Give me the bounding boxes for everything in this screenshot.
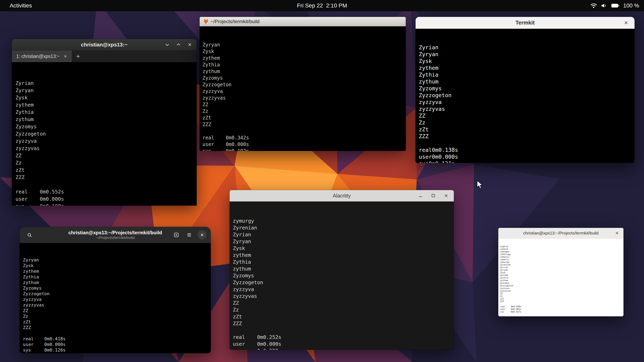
menu-button[interactable] (184, 230, 194, 240)
terminal-line: ZZZ (16, 174, 193, 181)
terminal-line (23, 331, 208, 336)
close-button[interactable] (622, 18, 630, 27)
terminal-line: user 0m0.000s (23, 342, 208, 347)
close-icon (200, 233, 204, 237)
terminal-line: Zyzomys (16, 123, 193, 130)
terminal-content[interactable]: ZyryanZyskzythemZythiazythumZyzomysZyzzo… (200, 26, 406, 151)
terminal-line: Zyzzogeton (202, 81, 403, 88)
wifi-icon (590, 3, 597, 8)
terminal-line: zymology (500, 253, 622, 256)
fox-emoji: 🦊 (203, 19, 209, 24)
terminal-line: zythem (500, 274, 622, 277)
titlebar[interactable]: christian@xps13:~/Projects/termkit/build (498, 228, 624, 239)
terminal-line: zZt (202, 115, 403, 121)
terminal-output: ZyrianZyryanZyskzythemZythiazythumZyzomy… (16, 80, 193, 206)
terminal-line: Zythia (419, 71, 631, 78)
terminal-line (202, 128, 403, 135)
terminal-content[interactable]: ZyryanZyskzythemZythiazythumZyzomysZyzzo… (20, 243, 211, 353)
terminal-line: ZZZ (500, 300, 622, 303)
terminal-content[interactable]: zymurgyZyrenianZyrianZyryanZyskzythemZyt… (230, 202, 454, 350)
minimize-button[interactable] (163, 40, 172, 49)
terminal-line: zZt (500, 298, 622, 300)
terminal-line: zythum (23, 280, 208, 285)
search-button[interactable] (25, 231, 34, 240)
terminal-line: Zyryan (23, 257, 208, 263)
terminal-line: zyzzyvas (419, 106, 631, 112)
system-status-area[interactable]: 100 % (590, 2, 639, 9)
terminal-content[interactable]: zygotezymasezymogenzymologyzymosiszymoti… (498, 239, 624, 316)
clock[interactable]: Fri Sep 22 2:10 PM (297, 2, 347, 9)
terminal-line: real 0m0.342s (202, 135, 403, 141)
terminal-line: Zyrenian (233, 224, 450, 231)
terminal-line: Zysk (202, 48, 403, 55)
terminal-line: Zyrenian (500, 264, 622, 266)
new-tab-button[interactable] (72, 50, 84, 62)
headerbar[interactable]: christian@xps13:~/Projects/termkit/build… (20, 227, 211, 243)
terminal-line: Zz (23, 314, 208, 319)
terminal-line: user 0m0.000s (233, 341, 450, 348)
chevron-down-icon (165, 42, 170, 47)
terminal-line: real0m0.138s (419, 147, 631, 153)
maximize-button[interactable] (174, 40, 183, 49)
terminal-line (16, 181, 193, 188)
tab-bar: 1: christian@xps13:~ (12, 50, 196, 62)
terminal-line: Zyzomys (202, 75, 403, 81)
terminal-line: zythum (500, 279, 622, 282)
terminal-content[interactable]: ZyrianZyryanZyskzythemZythiazythumZyzomy… (12, 62, 196, 206)
terminal-line: zZt (233, 313, 450, 320)
window-title: christian@xps13:~/Projects/termkit/build (523, 231, 598, 236)
terminal-line: zythum (419, 78, 631, 85)
terminal-line: Zyryan (419, 51, 631, 58)
terminal-line: zyzzyva (233, 286, 450, 293)
tab-close-icon[interactable] (64, 54, 68, 58)
titlebar[interactable]: 🦊 ~/Projects/termkit/build (200, 17, 406, 26)
terminal-line: real 0m0.552s (16, 188, 193, 195)
terminal-line: Zyrian (419, 44, 631, 51)
terminal-line: Zysk (233, 245, 450, 252)
terminal-line: sys 0m0.027s (500, 311, 622, 313)
tab-1[interactable]: 1: christian@xps13:~ (12, 50, 72, 62)
terminal-line: sys 0m0.222s (233, 348, 450, 350)
terminal-line: Zyzomys (23, 285, 208, 291)
terminal-line: Zysk (419, 58, 631, 64)
window-title: christian@xps13:~ (81, 42, 128, 48)
terminal-line: zythem (23, 269, 208, 274)
titlebar[interactable]: christian@xps13:~ (12, 39, 196, 50)
terminal-line: Zyryan (500, 269, 622, 271)
tab-label: 1: christian@xps13:~ (16, 54, 60, 59)
terminal-line: Zz (419, 119, 631, 126)
terminal-line: Zysk (500, 271, 622, 274)
terminal-line: zyzzyva (16, 138, 193, 145)
close-button[interactable] (198, 230, 207, 240)
maximize-button[interactable] (429, 192, 437, 200)
terminal-line: zythum (233, 266, 450, 272)
new-tab-button[interactable] (172, 230, 181, 240)
terminal-line: Zysk (23, 263, 208, 269)
terminal-line: zythum (202, 68, 403, 75)
terminal-line: Zz (500, 295, 622, 298)
activities-button[interactable]: Activities (5, 1, 36, 10)
titlebar[interactable]: Termkit (416, 17, 634, 29)
close-button[interactable] (442, 192, 450, 200)
terminal-line: sys 0m0.126s (23, 347, 208, 353)
titlebar[interactable]: Alacritty (230, 190, 454, 202)
terminal-line: ZZ (419, 112, 631, 119)
terminal-line: ZZZ (419, 133, 631, 140)
terminal-line: real 0m0.252s (233, 334, 450, 341)
terminal-line: Zythia (23, 274, 208, 280)
close-button[interactable] (614, 230, 621, 237)
terminal-content[interactable]: ZyrianZyryanZyskzythemZythiazythumZyzomy… (416, 29, 634, 163)
terminal-line: zythem (419, 64, 631, 71)
close-button[interactable] (185, 40, 194, 49)
search-icon (27, 233, 32, 238)
minimize-button[interactable] (416, 192, 424, 200)
terminal-line: user 0m0.000s (16, 195, 193, 203)
terminal-line: zyzzyva (419, 99, 631, 106)
terminal-line: Zyrian (16, 80, 193, 87)
terminal-line: Zysk (16, 94, 193, 101)
terminal-line: zyzzyvas (500, 290, 622, 292)
window-mini-terminal: christian@xps13:~/Projects/termkit/build… (498, 228, 624, 316)
terminal-line (233, 327, 450, 334)
terminal-line: ZZ (500, 292, 622, 295)
terminal-line: Zyzzogeton (16, 130, 193, 138)
